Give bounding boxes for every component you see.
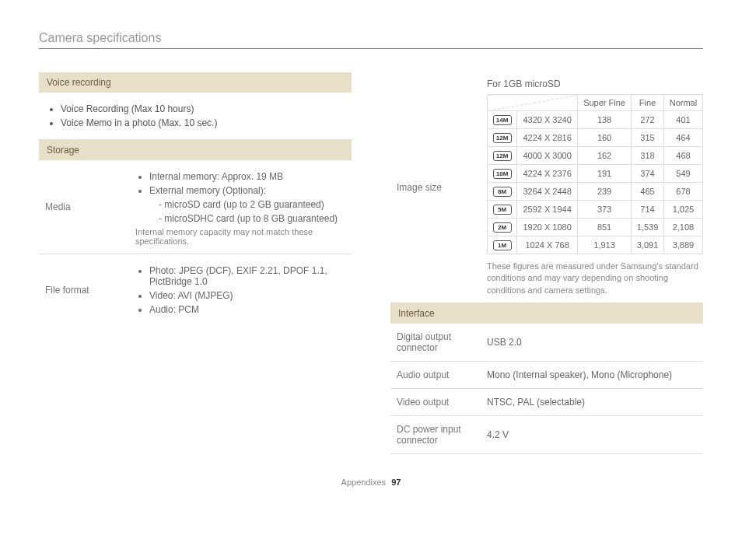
col-super-fine: Super Fine — [578, 95, 632, 111]
fine-cell: 714 — [632, 201, 664, 219]
content-columns: Voice recording Voice Recording (Max 10 … — [39, 72, 703, 454]
file-format-label: File format — [39, 254, 129, 326]
media-note: Internal memory capacity may not match t… — [135, 227, 345, 246]
fine-cell: 374 — [632, 165, 664, 183]
table-row: 2M1920 X 10808511,5392,108 — [488, 219, 703, 236]
list-item: Audio: PCM — [149, 304, 345, 315]
image-size-label: Image size — [390, 72, 481, 303]
size-icon: 12M — [493, 151, 512, 161]
resolution-cell: 4224 X 2816 — [517, 129, 578, 147]
normal-cell: 1,025 — [663, 201, 702, 219]
media-value: Internal memory: Approx. 19 MB External … — [129, 160, 352, 254]
table-row: 8M3264 X 2448239465678 — [488, 183, 703, 201]
media-row: Media Internal memory: Approx. 19 MB Ext… — [39, 160, 352, 254]
col-normal: Normal — [663, 95, 702, 111]
fine-cell: 315 — [632, 129, 664, 147]
list-item: Internal memory: Approx. 19 MB — [149, 171, 345, 182]
file-format-row: File format Photo: JPEG (DCF), EXIF 2.21… — [39, 254, 352, 326]
interface-label: Audio output — [390, 362, 481, 388]
interface-value: 4.2 V — [481, 416, 703, 453]
resolution-cell: 2592 X 1944 — [517, 201, 578, 219]
image-size-table: Super Fine Fine Normal 14M4320 X 3240138… — [487, 94, 703, 254]
table-row: 12M4224 X 2816160315464 — [488, 129, 703, 147]
list-item: microSDHC card (up to 8 GB guaranteed) — [159, 213, 345, 224]
resolution-cell: 1920 X 1080 — [517, 219, 578, 236]
fine-cell: 272 — [632, 111, 664, 129]
interface-value: Mono (Internal speaker), Mono (Microphon… — [481, 362, 703, 388]
left-column: Voice recording Voice Recording (Max 10 … — [39, 72, 352, 454]
resolution-cell: 4000 X 3000 — [517, 147, 578, 165]
interface-value: USB 2.0 — [481, 324, 703, 361]
list-item: External memory (Optional): microSD card… — [149, 185, 345, 224]
fine-cell: 318 — [632, 147, 664, 165]
table-row: 5M2592 X 19443737141,025 — [488, 201, 703, 219]
page-number: 97 — [391, 478, 401, 487]
size-icon: 1M — [493, 240, 512, 250]
list-item: Video: AVI (MJPEG) — [149, 290, 345, 301]
size-icon-cell: 2M — [488, 219, 517, 236]
table-row: 12M4000 X 3000162318468 — [488, 147, 703, 165]
normal-cell: 3,889 — [663, 236, 702, 254]
fine-cell: 1,539 — [632, 219, 664, 236]
normal-cell: 678 — [663, 183, 702, 201]
normal-cell: 468 — [663, 147, 702, 165]
interface-row: Digital output connectorUSB 2.0 — [390, 324, 703, 362]
size-icon: 5M — [493, 205, 512, 215]
interface-band: Interface — [390, 303, 703, 324]
interface-row: Audio outputMono (Internal speaker), Mon… — [390, 362, 703, 389]
interface-value: NTSC, PAL (selectable) — [481, 389, 703, 415]
super-fine-cell: 138 — [578, 111, 632, 129]
super-fine-cell: 160 — [578, 129, 632, 147]
file-format-value: Photo: JPEG (DCF), EXIF 2.21, DPOF 1.1, … — [129, 254, 352, 326]
size-icon-cell: 5M — [488, 201, 517, 219]
list-item: Voice Recording (Max 10 hours) — [61, 103, 344, 114]
table-row: 1M1024 X 7681,9133,0913,889 — [488, 236, 703, 254]
resolution-cell: 3264 X 2448 — [517, 183, 578, 201]
size-icon-cell: 14M — [488, 111, 517, 129]
size-icon-cell: 10M — [488, 165, 517, 183]
list-item: Voice Memo in a photo (Max. 10 sec.) — [61, 117, 344, 128]
resolution-cell: 4320 X 3240 — [517, 111, 578, 129]
interface-row: DC power input connector4.2 V — [390, 416, 703, 454]
storage-band: Storage — [39, 140, 352, 160]
voice-recording-band: Voice recording — [39, 72, 352, 93]
super-fine-cell: 1,913 — [578, 236, 632, 254]
size-icon: 10M — [493, 169, 512, 179]
resolution-cell: 4224 X 2376 — [517, 165, 578, 183]
list-item: Photo: JPEG (DCF), EXIF 2.21, DPOF 1.1, … — [149, 265, 345, 287]
normal-cell: 464 — [663, 129, 702, 147]
super-fine-cell: 191 — [578, 165, 632, 183]
list-item: microSD card (up to 2 GB guaranteed) — [159, 199, 345, 210]
image-size-value: For 1GB microSD Super Fine Fine Normal 1… — [481, 72, 703, 303]
normal-cell: 401 — [663, 111, 702, 129]
size-icon-cell: 1M — [488, 236, 517, 254]
section-title: Camera specifications — [39, 31, 703, 49]
size-icon: 14M — [493, 115, 512, 125]
normal-cell: 2,108 — [663, 219, 702, 236]
size-icon: 2M — [493, 222, 512, 233]
for-line: For 1GB microSD — [487, 79, 703, 89]
table-row: 10M4224 X 2376191374549 — [488, 165, 703, 183]
interface-label: Video output — [390, 389, 481, 415]
page-footer: Appendixes 97 — [39, 478, 703, 487]
media-label: Media — [39, 160, 129, 254]
super-fine-cell: 373 — [578, 201, 632, 219]
size-icon-cell: 12M — [488, 129, 517, 147]
image-size-row: Image size For 1GB microSD Super Fine Fi… — [390, 72, 703, 303]
external-memory-label: External memory (Optional): — [149, 185, 266, 196]
image-size-note: These figures are measured under Samsung… — [487, 261, 703, 296]
table-row: 14M4320 X 3240138272401 — [488, 111, 703, 129]
page: Camera specifications Voice recording Vo… — [0, 0, 742, 502]
super-fine-cell: 851 — [578, 219, 632, 236]
normal-cell: 549 — [663, 165, 702, 183]
voice-recording-list: Voice Recording (Max 10 hours) Voice Mem… — [39, 93, 352, 140]
footer-label: Appendixes — [341, 478, 387, 487]
size-icon: 8M — [493, 187, 512, 197]
super-fine-cell: 239 — [578, 183, 632, 201]
fine-cell: 465 — [632, 183, 664, 201]
resolution-cell: 1024 X 768 — [517, 236, 578, 254]
size-icon-cell: 12M — [488, 147, 517, 165]
interface-row: Video outputNTSC, PAL (selectable) — [390, 389, 703, 416]
interface-label: Digital output connector — [390, 324, 481, 361]
diag-cell — [488, 95, 578, 111]
